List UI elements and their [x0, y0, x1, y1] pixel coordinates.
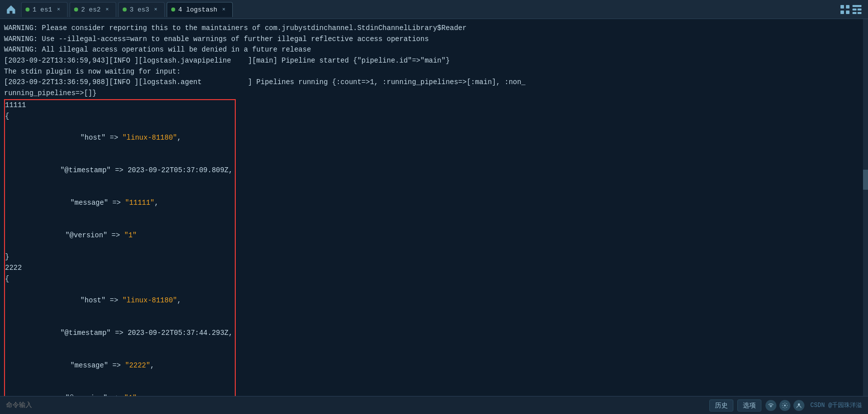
- icon-wifi[interactable]: [765, 400, 776, 411]
- tab-dot-logstash: [171, 8, 175, 12]
- tab-label-logstash: 4 logstash: [178, 6, 217, 14]
- svg-rect-6: [857, 9, 861, 11]
- terminal-line-5: The stdin plugin is now waiting for inpu…: [4, 67, 864, 78]
- terminal-line-6: [2023-09-22T13:36:59,988][INFO ][logstas…: [4, 77, 864, 88]
- scrollbar[interactable]: [863, 19, 868, 396]
- tab-es3[interactable]: 3 es3 ×: [118, 2, 165, 17]
- input-value-2: 2222: [5, 263, 233, 274]
- input-value-1: 11111: [5, 100, 233, 111]
- svg-rect-3: [846, 11, 849, 14]
- tab-es2[interactable]: 2 es2 ×: [70, 2, 116, 17]
- tab-bar-actions: [840, 5, 866, 15]
- svg-rect-7: [852, 12, 856, 14]
- bottom-icons: [765, 400, 804, 411]
- tab-close-es3[interactable]: ×: [152, 6, 159, 13]
- terminal: WARNING: Please consider reporting this …: [0, 19, 868, 396]
- json-close-1: }: [5, 252, 233, 263]
- svg-rect-5: [852, 9, 856, 11]
- bottom-right-controls: 历史 选项 CSD: [709, 399, 862, 411]
- terminal-line-1: WARNING: Please consider reporting this …: [4, 23, 864, 34]
- tab-bar: 1 es1 × 2 es2 × 3 es3 × 4 logstash ×: [0, 0, 868, 19]
- command-input-label: [6, 401, 106, 409]
- json-host-2: "host" => "linux-81180",: [5, 285, 233, 317]
- tab-label-es1: 1 es1: [33, 6, 52, 14]
- svg-rect-1: [846, 5, 849, 9]
- svg-rect-8: [857, 12, 861, 14]
- svg-rect-0: [840, 5, 844, 9]
- terminal-line-3: WARNING: All illegal access operations w…: [4, 45, 864, 56]
- layout-icon[interactable]: [852, 5, 862, 15]
- history-button[interactable]: 历史: [709, 399, 733, 411]
- tab-label-es3: 3 es3: [130, 6, 149, 14]
- tab-dot-es3: [123, 8, 127, 12]
- json-version-2: "@version" => "1": [5, 382, 233, 396]
- json-version-1: "@version" => "1": [5, 219, 233, 252]
- tab-dot-es2: [74, 8, 78, 12]
- tab-dot-es1: [26, 8, 30, 12]
- bottom-bar: 历史 选项 CSD: [0, 396, 868, 414]
- svg-rect-2: [840, 11, 844, 14]
- svg-point-10: [798, 403, 800, 405]
- tab-logstash[interactable]: 4 logstash ×: [167, 2, 233, 17]
- json-open-1: {: [5, 111, 233, 122]
- json-message-2: "message" => "2222",: [5, 350, 233, 382]
- tab-close-es2[interactable]: ×: [104, 6, 111, 13]
- scrollbar-thumb[interactable]: [863, 170, 868, 190]
- home-button[interactable]: [2, 0, 20, 19]
- terminal-line-4: [2023-09-22T13:36:59,943][INFO ][logstas…: [4, 56, 864, 67]
- watermark-text: CSDN @千园珠洋溢: [810, 401, 862, 409]
- svg-rect-4: [852, 5, 861, 7]
- json-open-2: {: [5, 274, 233, 285]
- json-host-1: "host" => "linux-81180",: [5, 122, 233, 154]
- tab-label-es2: 2 es2: [81, 6, 101, 14]
- red-bordered-section: 11111 { "host" => "linux-81180", "@times…: [4, 99, 236, 396]
- select-button[interactable]: 选项: [737, 399, 761, 411]
- icon-settings[interactable]: [779, 400, 790, 411]
- home-icon: [6, 4, 17, 15]
- json-timestamp-2: "@timestamp" => 2023-09-22T05:37:44.293Z…: [5, 317, 233, 350]
- terminal-line-2: WARNING: Use --illegal-access=warn to en…: [4, 34, 864, 45]
- json-message-1: "message" => "11111",: [5, 187, 233, 219]
- icon-user[interactable]: [793, 400, 804, 411]
- tab-es1[interactable]: 1 es1 ×: [21, 2, 68, 17]
- terminal-line-7: running_pipelines=>[]}: [4, 88, 864, 99]
- tab-close-es1[interactable]: ×: [55, 6, 62, 13]
- svg-point-9: [784, 404, 786, 406]
- json-timestamp-1: "@timestamp" => 2023-09-22T05:37:09.809Z…: [5, 154, 233, 187]
- grid-icon[interactable]: [840, 5, 850, 15]
- command-input[interactable]: [6, 401, 106, 409]
- tab-close-logstash[interactable]: ×: [220, 6, 227, 13]
